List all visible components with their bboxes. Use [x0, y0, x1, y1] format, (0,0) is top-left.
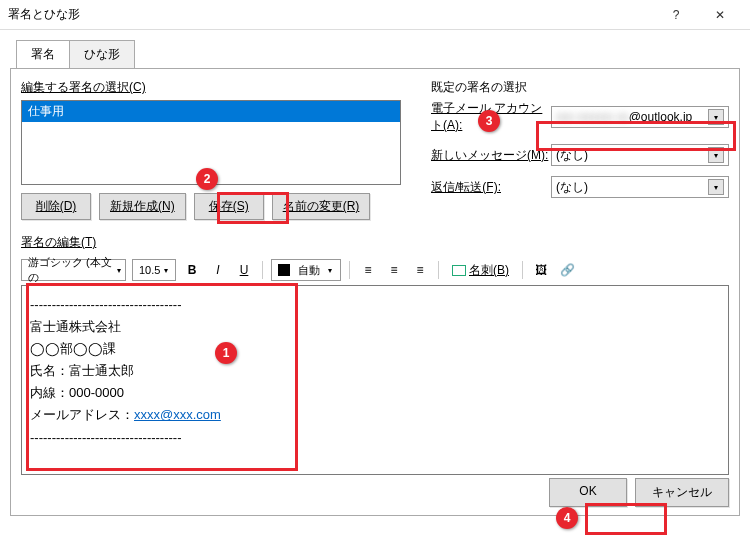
tab-template[interactable]: ひな形 — [69, 40, 135, 68]
default-signature-title: 既定の署名の選択 — [431, 79, 729, 96]
rename-button[interactable]: 名前の変更(R) — [272, 193, 371, 220]
editor-toolbar: 游ゴシック (本文の▾ 10.5▾ B I U 自動▾ ≡ ≡ ≡ 名刺(B) … — [21, 255, 729, 285]
tab-panel: 編集する署名の選択(C) 仕事用 削除(D) 新規作成(N) 保存(S) 名前の… — [10, 68, 740, 516]
annotation-badge-3: 3 — [478, 110, 500, 132]
cancel-button[interactable]: キャンセル — [635, 478, 729, 507]
new-message-label: 新しいメッセージ(M): — [431, 147, 551, 164]
help-button[interactable]: ? — [654, 0, 698, 30]
align-center-icon[interactable]: ≡ — [384, 260, 404, 280]
ok-button[interactable]: OK — [549, 478, 627, 507]
signature-editor[interactable]: ----------------------------------- 富士通株… — [21, 285, 729, 475]
dialog-footer: OK キャンセル — [549, 478, 729, 507]
editor-divider-bottom: ----------------------------------- — [30, 427, 720, 449]
titlebar: 署名とひな形 ? ✕ — [0, 0, 750, 30]
reply-forward-select[interactable]: (なし) ▾ — [551, 176, 729, 198]
chevron-down-icon: ▾ — [708, 109, 724, 125]
account-select[interactable]: xxx xxxxxx xx @outlook.jp ▾ — [551, 106, 729, 128]
underline-icon[interactable]: U — [234, 260, 254, 280]
signature-select-label: 編集する署名の選択(C) — [21, 79, 401, 96]
new-button[interactable]: 新規作成(N) — [99, 193, 186, 220]
account-value-hidden: xxx xxxxxx xx — [556, 110, 629, 124]
annotation-badge-4: 4 — [556, 507, 578, 529]
editor-ext: 内線：000-0000 — [30, 382, 720, 404]
editor-mail: メールアドレス：xxxx@xxx.com — [30, 404, 720, 426]
tab-strip: 署名 ひな形 — [16, 40, 750, 68]
font-family-select[interactable]: 游ゴシック (本文の▾ — [21, 259, 126, 281]
chevron-down-icon: ▾ — [708, 179, 724, 195]
bold-icon[interactable]: B — [182, 260, 202, 280]
window-title: 署名とひな形 — [8, 6, 654, 23]
save-button[interactable]: 保存(S) — [194, 193, 264, 220]
editor-company: 富士通株式会社 — [30, 316, 720, 338]
tab-signature[interactable]: 署名 — [16, 40, 70, 68]
align-left-icon[interactable]: ≡ — [358, 260, 378, 280]
new-message-select[interactable]: (なし) ▾ — [551, 144, 729, 166]
editor-divider-top: ----------------------------------- — [30, 294, 720, 316]
font-size-select[interactable]: 10.5▾ — [132, 259, 176, 281]
close-button[interactable]: ✕ — [698, 0, 742, 30]
editor-dept: ◯◯部◯◯課 — [30, 338, 720, 360]
annotation-badge-1: 1 — [215, 342, 237, 364]
chevron-down-icon: ▾ — [708, 147, 724, 163]
bizcard-icon[interactable]: 名刺(B) — [447, 260, 514, 280]
font-color-select[interactable]: 自動▾ — [271, 259, 341, 281]
annotation-badge-2: 2 — [196, 168, 218, 190]
reply-forward-label: 返信/転送(F): — [431, 179, 551, 196]
delete-button[interactable]: 削除(D) — [21, 193, 91, 220]
default-signature-group: 既定の署名の選択 電子メール アカウント(A): xxx xxxxxx xx @… — [431, 79, 729, 220]
editor-label: 署名の編集(T) — [21, 234, 729, 251]
picture-icon[interactable]: 🖼 — [531, 260, 551, 280]
signature-list-item[interactable]: 仕事用 — [22, 101, 400, 122]
align-right-icon[interactable]: ≡ — [410, 260, 430, 280]
hyperlink-icon[interactable]: 🔗 — [557, 260, 577, 280]
italic-icon[interactable]: I — [208, 260, 228, 280]
signature-select-group: 編集する署名の選択(C) 仕事用 削除(D) 新規作成(N) 保存(S) 名前の… — [21, 79, 401, 220]
account-value-visible: @outlook.jp — [629, 110, 693, 124]
editor-name: 氏名：富士通太郎 — [30, 360, 720, 382]
